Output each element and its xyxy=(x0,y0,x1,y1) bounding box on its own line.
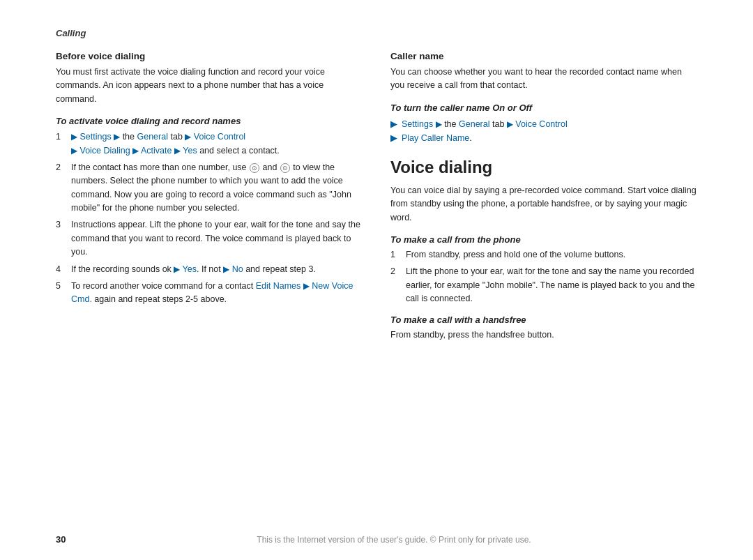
arrow-icon: ▶ xyxy=(223,264,229,274)
arrow-icon: ▶ xyxy=(174,146,181,156)
make-call-handsfree-title: To make a call with a handsfree xyxy=(390,315,697,325)
caller-name-body: You can choose whether you want to hear … xyxy=(390,66,697,93)
step-5-num: 5 xyxy=(56,280,66,307)
make-call-steps: 1 From standby, press and hold one of th… xyxy=(390,248,697,306)
voice-control-link-2[interactable]: Voice Control xyxy=(515,119,567,129)
step-5-body: To record another voice command for a co… xyxy=(71,280,363,307)
step-5: 5 To record another voice command for a … xyxy=(56,280,363,307)
make-call-handsfree-body: From standby, press the handsfree button… xyxy=(390,328,697,342)
arrow-icon: ▶ xyxy=(185,132,191,142)
step1-tab: tab xyxy=(170,132,185,142)
bullet-line-2: ▶ Play Caller Name. xyxy=(390,131,697,145)
no-link[interactable]: No xyxy=(232,264,243,274)
yes-link[interactable]: Yes xyxy=(183,146,197,156)
play-caller-name-link[interactable]: Play Caller Name xyxy=(402,133,469,143)
call-step-2-num: 2 xyxy=(390,265,400,305)
caller-name-title: Caller name xyxy=(390,51,697,61)
call-step-2-body: Lift the phone to your ear, wait for the… xyxy=(406,265,697,305)
bullet2-text: Play Caller Name. xyxy=(402,131,472,145)
step-4: 4 If the recording sounds ok ▶ Yes. If n… xyxy=(56,263,363,276)
page: Calling Before voice dialing You must fi… xyxy=(0,0,753,560)
header-label: Calling xyxy=(56,28,86,38)
page-number: 30 xyxy=(56,534,77,545)
step-3-body: Instructions appear. Lift the phone to y… xyxy=(71,218,363,259)
arrow-icon: ▶ xyxy=(436,119,442,129)
settings-link-2[interactable]: Settings xyxy=(402,119,433,129)
arrow-icon: ▶ xyxy=(71,146,77,156)
before-voice-dialing-title: Before voice dialing xyxy=(56,51,363,61)
voice-control-link[interactable]: Voice Control xyxy=(194,132,245,142)
edit-names-link[interactable]: Edit Names xyxy=(256,281,301,291)
step-2: 2 If the contact has more than one numbe… xyxy=(56,161,363,215)
general-link-2[interactable]: General xyxy=(459,119,489,129)
call-step-2: 2 Lift the phone to your ear, wait for t… xyxy=(390,265,697,305)
step-3: 3 Instructions appear. Lift the phone to… xyxy=(56,218,363,259)
step-2-num: 2 xyxy=(56,161,66,215)
arrow-icon: ▶ xyxy=(71,132,77,142)
voice-dialing-section-title: Voice dialing xyxy=(390,158,697,177)
scroll-down-icon: ⊙ xyxy=(280,163,290,173)
caller-name-bullets: ▶ Settings ▶ the General tab ▶ Voice Con… xyxy=(390,117,697,145)
two-column-layout: Before voice dialing You must first acti… xyxy=(56,51,697,351)
settings-link[interactable]: Settings xyxy=(79,132,111,142)
footer-note: This is the Internet version of the user… xyxy=(91,535,697,545)
right-column: Caller name You can choose whether you w… xyxy=(390,51,697,351)
arrow-icon: ▶ xyxy=(114,132,120,142)
make-call-phone-title: To make a call from the phone xyxy=(390,234,697,245)
step-1: 1 ▶ Settings ▶ the General tab ▶ Voice C… xyxy=(56,130,363,158)
bullet1-the: the xyxy=(444,119,459,129)
page-footer: 30 This is the Internet version of the u… xyxy=(0,534,753,545)
step1-end: and select a contact. xyxy=(199,146,280,156)
page-header: Calling xyxy=(56,28,697,38)
bullet-line-1: ▶ Settings ▶ the General tab ▶ Voice Con… xyxy=(390,117,697,131)
activate-link[interactable]: Activate xyxy=(141,146,172,156)
new-voice-cmd-link[interactable]: New Voice Cmd. xyxy=(71,281,353,304)
step-1-num: 1 xyxy=(56,130,66,158)
step-4-body: If the recording sounds ok ▶ Yes. If not… xyxy=(71,263,363,276)
left-column: Before voice dialing You must first acti… xyxy=(56,51,363,351)
before-voice-dialing-body: You must first activate the voice dialin… xyxy=(56,66,363,106)
activate-steps: 1 ▶ Settings ▶ the General tab ▶ Voice C… xyxy=(56,130,363,307)
call-step-1-num: 1 xyxy=(390,248,400,262)
arrow-icon: ▶ xyxy=(507,119,513,129)
bullet1-text: Settings ▶ the General tab ▶ Voice Contr… xyxy=(402,117,568,131)
step-3-num: 3 xyxy=(56,218,66,259)
bullet1-tab: tab xyxy=(492,119,507,129)
arrow-icon: ▶ xyxy=(132,146,139,156)
general-tab-link[interactable]: General xyxy=(137,132,167,142)
step-2-body: If the contact has more than one number,… xyxy=(71,161,363,215)
bullet-arrow-2: ▶ xyxy=(390,131,397,145)
call-step-1-body: From standby, press and hold one of the … xyxy=(406,248,697,262)
scroll-up-icon: ⊙ xyxy=(250,163,259,173)
voice-dialing-body: You can voice dial by saying a pre-recor… xyxy=(390,184,697,225)
voice-dialing-link[interactable]: Voice Dialing xyxy=(79,146,130,156)
call-step-1: 1 From standby, press and hold one of th… xyxy=(390,248,697,262)
turn-caller-name-title: To turn the caller name On or Off xyxy=(390,103,697,113)
arrow-icon: ▶ xyxy=(174,264,180,274)
bullet2-period: . xyxy=(469,133,471,143)
arrow-icon: ▶ xyxy=(303,281,310,291)
yes2-link[interactable]: Yes xyxy=(183,264,197,274)
step-1-body: ▶ Settings ▶ the General tab ▶ Voice Con… xyxy=(71,130,363,158)
step1-the: the xyxy=(123,132,137,142)
activate-voice-dialing-title: To activate voice dialing and record nam… xyxy=(56,116,363,126)
step-4-num: 4 xyxy=(56,263,66,276)
bullet-arrow-1: ▶ xyxy=(390,117,397,131)
